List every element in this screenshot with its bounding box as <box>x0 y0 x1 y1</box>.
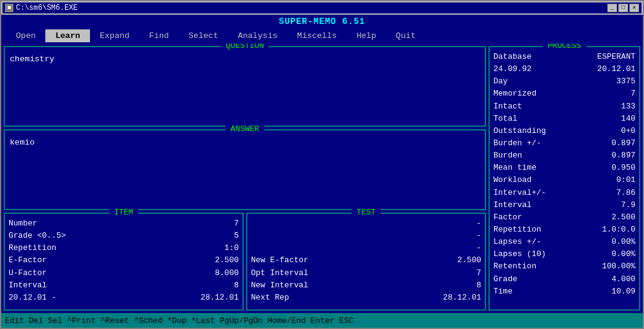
list-item: New Interval8 <box>251 279 481 292</box>
item-label: ITEM <box>109 208 138 217</box>
list-item: Opt Interval7 <box>251 267 481 279</box>
list-item: Burden0.897 <box>493 149 635 162</box>
item-rows: Number7Grade <0..5>5Repetition1:0E-Facto… <box>9 217 239 304</box>
menu-item-help[interactable]: Help <box>346 29 386 42</box>
list-item: Burden +/-0.897 <box>493 137 635 149</box>
list-item: Interval+/-7.86 <box>493 187 635 199</box>
menu-item-analysis[interactable]: Analysis <box>228 29 288 42</box>
bottom-panels: ITEM Number7Grade <0..5>5Repetition1:0E-… <box>4 213 486 311</box>
list-item: - <box>251 217 481 230</box>
answer-content: kemio <box>5 133 485 152</box>
list-item: Grade <0..5>5 <box>9 230 239 242</box>
menu-item-quit[interactable]: Quit <box>386 29 425 42</box>
list-item: - <box>251 230 481 242</box>
question-content: chemistry <box>5 50 485 69</box>
status-bar: Edit Del Sel ^Print ^Reset ^Sched ^Dup ^… <box>1 313 643 328</box>
list-item: Interval7.9 <box>493 199 635 211</box>
maximize-button[interactable]: □ <box>618 4 628 12</box>
left-panel: QUESTION chemistry ANSWER kemio ITEM Num… <box>4 46 486 311</box>
app-icon: ■ <box>5 4 13 12</box>
process-rows: DatabaseESPERANT24.09.9220.12.01Day3375M… <box>493 51 635 298</box>
list-item: Time10.09 <box>493 286 635 298</box>
list-item: Repetition1.0:0.0 <box>493 224 635 236</box>
list-item: Intact133 <box>493 100 635 113</box>
menu-item-expand[interactable]: Expand <box>90 29 140 42</box>
question-panel: QUESTION chemistry <box>4 46 486 127</box>
list-item: Lapses +/-0.00% <box>493 236 635 248</box>
menu-bar: OpenLearnExpandFindSelectAnalysisMiscell… <box>1 28 643 43</box>
list-item: Lapses (10)0.00% <box>493 248 635 260</box>
menu-item-open[interactable]: Open <box>6 29 45 42</box>
list-item: Number7 <box>9 217 239 230</box>
minimize-button[interactable]: _ <box>607 4 617 12</box>
list-item: 20.12.01 -28.12.01 <box>9 292 239 304</box>
list-item: Outstanding0+0 <box>493 125 635 137</box>
list-item: Next Rep28.12.01 <box>251 292 481 304</box>
list-item: - <box>251 242 481 254</box>
answer-panel: ANSWER kemio <box>4 129 486 210</box>
app-title: SUPER-MEMO 6.51 <box>1 15 643 28</box>
process-panel: PROCESS DatabaseESPERANT24.09.9220.12.01… <box>489 46 640 311</box>
test-rows: ---New E-factor2.500Opt Interval7New Int… <box>251 217 481 304</box>
list-item: U-Factor8.000 <box>9 267 239 279</box>
process-label: PROCESS <box>543 43 586 50</box>
menu-item-miscells[interactable]: Miscells <box>287 29 346 42</box>
list-item: Interval8 <box>9 279 239 292</box>
answer-label: ANSWER <box>226 124 264 134</box>
list-item: Factor2.500 <box>493 211 635 224</box>
menu-item-learn[interactable]: Learn <box>45 29 90 42</box>
title-bar-left: ■ C:\sm6\SM6.EXE <box>5 4 78 12</box>
question-label: QUESTION <box>221 43 269 50</box>
test-panel: TEST ---New E-factor2.500Opt Interval7Ne… <box>246 213 486 311</box>
list-item: Retention100.00% <box>493 260 635 273</box>
title-bar-controls: _ □ ✕ <box>607 4 639 12</box>
list-item: Memorized7 <box>493 88 635 100</box>
list-item: Workload0:01 <box>493 174 635 186</box>
test-label: TEST <box>351 208 380 217</box>
list-item: Grade4.000 <box>493 273 635 286</box>
list-item: E-Factor2.500 <box>9 254 239 267</box>
list-item: 24.09.9220.12.01 <box>493 63 635 75</box>
list-item: Total140 <box>493 113 635 125</box>
list-item: DatabaseESPERANT <box>493 51 635 63</box>
list-item: New E-factor2.500 <box>251 254 481 267</box>
status-text: Edit Del Sel ^Print ^Reset ^Sched ^Dup ^… <box>5 316 354 325</box>
list-item: Repetition1:0 <box>9 242 239 254</box>
item-panel: ITEM Number7Grade <0..5>5Repetition1:0E-… <box>4 213 244 311</box>
title-bar: ■ C:\sm6\SM6.EXE _ □ ✕ <box>1 1 643 15</box>
close-button[interactable]: ✕ <box>629 4 639 12</box>
app-window: ■ C:\sm6\SM6.EXE _ □ ✕ SUPER-MEMO 6.51 O… <box>0 0 644 329</box>
window-title: C:\sm6\SM6.EXE <box>16 4 78 12</box>
list-item: Day3375 <box>493 75 635 88</box>
list-item: Mean time0.950 <box>493 162 635 174</box>
menu-item-find[interactable]: Find <box>140 29 179 42</box>
content-area: QUESTION chemistry ANSWER kemio ITEM Num… <box>1 43 643 313</box>
menu-item-select[interactable]: Select <box>179 29 228 42</box>
